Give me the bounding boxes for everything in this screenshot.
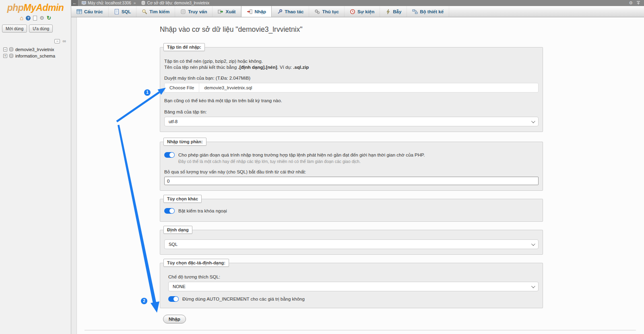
tab-label: Cấu trúc [84,9,103,14]
page-settings-icon[interactable]: ⚙ [629,0,633,6]
tab-label: Thủ tục [322,9,339,14]
tab-label: Sự kiện [357,9,374,14]
tab-label: Xuất [225,9,235,14]
foreign-key-label: Bật kiểm tra khóa ngoại [178,208,227,213]
compression-note: Tập tin có thể nén (gzip, bzip2, zip) ho… [164,58,539,64]
dragdrop-note: Bạn cũng có thể kéo thả một tập tin trên… [164,98,539,104]
collapse-icon[interactable]: − [3,47,7,52]
breadcrumb-bar: ← Máy chủ: localhost:3306 » Cơ sở dữ liệ… [71,0,644,6]
home-icon[interactable]: ⌂ [20,15,23,21]
autoincrement-toggle[interactable] [168,296,179,302]
fieldset-legend: Tùy chọn đặc-tả-định-dạng: [163,259,229,267]
doc-icon[interactable] [33,16,37,21]
sql-compat-select[interactable]: NONE [168,282,539,291]
database-tabbar: Cấu trúc SQL Tìm kiếm Truy vấn Xuất Nhập… [71,6,644,17]
help-icon[interactable]: ? [26,16,31,21]
selected-filename: demovie3_lrvvietnix.sql [199,85,252,90]
format-value: SQL [169,242,178,247]
gear-icon[interactable]: ⚙ [39,15,44,21]
logo-php: php [7,2,24,13]
tree-item-label: information_schema [15,54,55,58]
phpmyadmin-app: phpMyAdmin ⌂ ? ⚙ ↻ Mới dùng Ưa dùng − ∞ … [0,0,644,334]
expand-icon[interactable]: + [3,54,7,58]
tab-label: Nhập [254,9,266,14]
tab-export[interactable]: Xuất [213,6,241,17]
server-breadcrumb[interactable]: Máy chủ: localhost:3306 [82,1,131,5]
export-icon [218,9,223,14]
fieldset-legend: Nhập từng phần: [163,138,206,146]
tab-structure[interactable]: Cấu trúc [71,6,109,17]
fieldset-legend: Định dạng [163,226,192,234]
foreign-key-toggle[interactable] [164,208,175,214]
browse-label: Duyệt máy tính của bạn: (T.Đa: 2.047MiB) [164,75,539,81]
collapse-all-button[interactable]: − [54,39,60,43]
filename-note: Tên của tệp nén phải kết thúc bằng .[địn… [164,64,539,70]
chevron-down-icon [531,242,535,246]
format-specific-options-fieldset: Tùy chọn đặc-tả-định-dạng: Chế độ tương … [160,263,543,308]
chevron-down-icon [531,284,535,288]
tab-events[interactable]: Sự kiện [345,6,380,17]
recent-tables-tab[interactable]: Mới dùng [2,25,27,33]
tree-item-demovie3[interactable]: − demovie3_lrvvietnix [0,46,71,53]
tree-controls: − ∞ [0,38,66,44]
collapse-top-icon[interactable] [636,1,641,5]
chevron-down-icon [531,119,535,123]
sidebar-toolbar: ⌂ ? ⚙ ↻ [0,15,71,21]
query-icon [180,9,186,14]
designer-icon [412,9,418,14]
sql-icon [114,9,120,14]
structure-icon [76,9,82,14]
tab-import[interactable]: Nhập [241,6,272,17]
back-button[interactable]: ← [71,0,78,6]
sql-compat-label: Chế độ tương thích SQL: [168,274,539,280]
import-form: Tập tin để nhập: Tập tin có thể nén (gzi… [160,47,543,324]
database-breadcrumb-label: Cơ sở dữ liệu: demovie3_lrvvietnix [147,1,209,5]
sql-compat-value: NONE [173,284,186,289]
file-to-import-fieldset: Tập tin để nhập: Tập tin có thể nén (gzi… [160,47,543,132]
database-breadcrumb[interactable]: Cơ sở dữ liệu: demovie3_lrvvietnix [141,1,209,5]
triggers-icon [385,9,391,14]
server-breadcrumb-label: Máy chủ: localhost:3306 [88,1,131,5]
events-icon [350,9,355,14]
fieldset-legend: Tập tin để nhập: [163,43,205,51]
tab-designer[interactable]: Bộ thiết kế [407,6,449,17]
import-submit-button[interactable]: Nhập [163,315,186,324]
allow-interrupt-hint: Đây có thể là một cách hay để nhập các t… [178,159,539,164]
allow-interrupt-row: Cho phép gián đoạn quá trình nhập trong … [164,152,539,158]
tab-search[interactable]: Tìm kiếm [136,6,175,17]
tab-routines[interactable]: Thủ tục [309,6,345,17]
tab-sql[interactable]: SQL [109,6,137,17]
choose-file-button[interactable]: Choose File [165,83,199,92]
tab-label: Tìm kiếm [149,9,169,14]
panel-gutter[interactable] [71,17,77,334]
database-icon [9,47,14,52]
phpmyadmin-logo[interactable]: phpMyAdmin [0,0,71,13]
tab-triggers[interactable]: Bẫy [380,6,407,17]
allow-interrupt-label: Cho phép gián đoạn quá trình nhập trong … [178,153,425,157]
format-fieldset: Định dạng SQL [160,230,543,255]
skip-queries-input[interactable] [164,177,539,185]
charset-select[interactable]: utf-8 [164,117,539,126]
favorite-tables-tab[interactable]: Ưa dùng [29,25,53,33]
allow-interrupt-toggle[interactable] [164,152,175,158]
foreign-key-row: Bật kiểm tra khóa ngoại [164,208,539,214]
link-panel-icon[interactable]: ∞ [62,38,66,44]
note-text: . Ví dụ: [277,65,293,70]
sidebar-tabs: Mới dùng Ưa dùng [2,25,71,33]
file-upload-input[interactable]: Choose File demovie3_lrvvietnix.sql [164,83,539,93]
format-select[interactable]: SQL [164,239,539,249]
tab-label: Bộ thiết kế [420,9,444,14]
topbar-right-icons: ⚙ [629,0,644,6]
breadcrumb-separator: » [134,1,136,5]
autoincrement-label: Đừng dùng AUTO_INCREMENT cho các giá trị… [182,297,305,301]
import-page: Nhập vào cơ sở dữ liệu "demovie3_lrvviet… [77,17,644,334]
sidebar: phpMyAdmin ⌂ ? ⚙ ↻ Mới dùng Ưa dùng − ∞ … [0,0,71,334]
page-title: Nhập vào cơ sở dữ liệu "demovie3_lrvviet… [160,25,644,34]
tab-operations[interactable]: Thao tác [272,6,309,17]
import-icon [247,9,252,14]
autoincrement-row: Đừng dùng AUTO_INCREMENT cho các giá trị… [168,296,539,302]
refresh-icon[interactable]: ↻ [47,15,51,21]
tab-query[interactable]: Truy vấn [175,6,213,17]
tree-item-information-schema[interactable]: + information_schema [0,53,71,59]
other-options-fieldset: Tùy chọn khác Bật kiểm tra khóa ngoại [160,199,543,222]
